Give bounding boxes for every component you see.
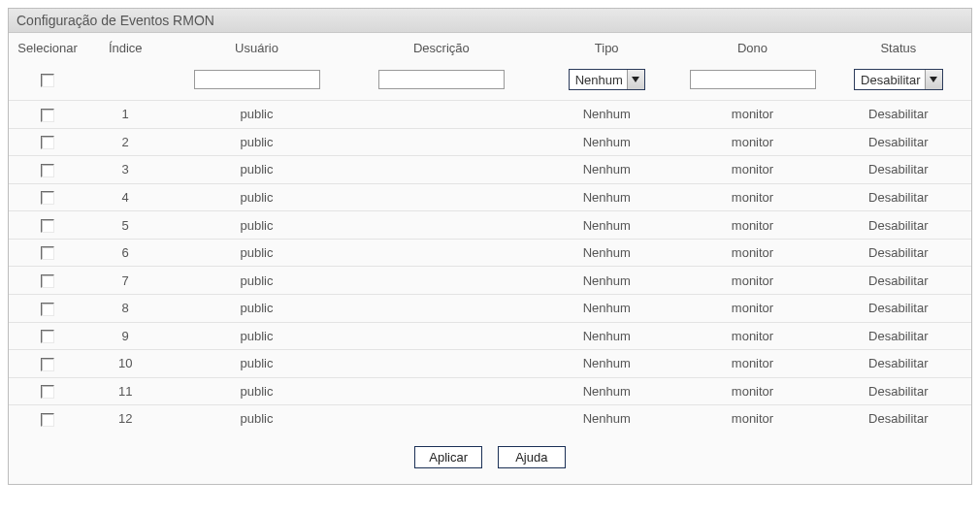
row-user: public xyxy=(241,245,274,260)
button-row: Aplicar Ajuda xyxy=(9,433,971,484)
row-user: public xyxy=(241,190,274,205)
table-row: 3publicNenhummonitorDesabilitar xyxy=(9,156,971,184)
row-checkbox[interactable] xyxy=(41,303,54,316)
user-filter-input[interactable] xyxy=(194,70,320,89)
row-user: public xyxy=(241,135,274,149)
table-row: 8publicNenhummonitorDesabilitar xyxy=(9,294,971,322)
event-table: Selecionar Índice Usuário Descrição Tipo… xyxy=(9,33,971,433)
type-filter-select[interactable]: Nenhum xyxy=(569,69,645,90)
row-user: public xyxy=(241,356,274,370)
row-type: Nenhum xyxy=(583,135,631,149)
row-type: Nenhum xyxy=(583,411,631,426)
row-type: Nenhum xyxy=(583,107,631,121)
description-filter-input[interactable] xyxy=(378,70,505,89)
header-select: Selecionar xyxy=(9,33,86,65)
row-checkbox[interactable] xyxy=(41,109,54,122)
row-owner: monitor xyxy=(732,135,773,149)
row-checkbox[interactable] xyxy=(41,191,54,205)
row-owner: monitor xyxy=(732,384,773,399)
apply-button[interactable]: Aplicar xyxy=(414,446,482,468)
select-all-checkbox[interactable] xyxy=(41,74,54,87)
panel-title: Configuração de Eventos RMON xyxy=(9,9,971,33)
row-status: Desabilitar xyxy=(868,301,928,315)
row-status: Desabilitar xyxy=(868,135,928,149)
row-index: 11 xyxy=(118,384,132,399)
row-checkbox[interactable] xyxy=(41,246,54,260)
svg-marker-0 xyxy=(632,77,639,82)
filter-row: Nenhum Desabilitar xyxy=(9,65,971,101)
row-owner: monitor xyxy=(732,218,773,233)
type-filter-selected: Nenhum xyxy=(575,73,627,87)
row-owner: monitor xyxy=(732,301,773,315)
row-owner: monitor xyxy=(732,411,773,426)
row-index: 12 xyxy=(118,411,132,426)
row-status: Desabilitar xyxy=(868,356,928,370)
row-checkbox[interactable] xyxy=(41,358,54,371)
row-status: Desabilitar xyxy=(868,273,928,288)
row-status: Desabilitar xyxy=(868,384,928,399)
row-type: Nenhum xyxy=(583,190,631,205)
table-row: 7publicNenhummonitorDesabilitar xyxy=(9,267,971,295)
row-type: Nenhum xyxy=(583,356,631,370)
row-status: Desabilitar xyxy=(868,245,928,260)
row-owner: monitor xyxy=(732,162,773,176)
row-owner: monitor xyxy=(732,356,773,370)
dropdown-arrow-icon xyxy=(627,70,644,89)
status-filter-selected: Desabilitar xyxy=(861,73,924,87)
row-index: 9 xyxy=(122,329,129,343)
row-user: public xyxy=(241,218,274,233)
table-row: 6publicNenhummonitorDesabilitar xyxy=(9,239,971,267)
row-user: public xyxy=(241,162,274,176)
row-checkbox[interactable] xyxy=(41,274,54,288)
header-index: Índice xyxy=(86,33,164,65)
row-index: 6 xyxy=(122,245,129,260)
row-type: Nenhum xyxy=(583,329,631,343)
header-owner: Dono xyxy=(679,33,825,65)
table-row: 9publicNenhummonitorDesabilitar xyxy=(9,322,971,350)
table-row: 12publicNenhummonitorDesabilitar xyxy=(9,405,971,433)
row-type: Nenhum xyxy=(583,301,631,315)
header-user: Usuário xyxy=(164,33,348,65)
header-type: Tipo xyxy=(534,33,679,65)
table-row: 1publicNenhummonitorDesabilitar xyxy=(9,101,971,129)
row-owner: monitor xyxy=(732,107,773,121)
row-checkbox[interactable] xyxy=(41,136,54,149)
row-owner: monitor xyxy=(732,329,773,343)
row-checkbox[interactable] xyxy=(41,330,54,343)
row-index: 7 xyxy=(122,273,129,288)
row-index: 10 xyxy=(118,356,132,370)
row-checkbox[interactable] xyxy=(41,164,54,177)
row-checkbox[interactable] xyxy=(41,385,54,399)
help-button[interactable]: Ajuda xyxy=(498,446,566,468)
svg-marker-1 xyxy=(930,77,937,82)
row-checkbox[interactable] xyxy=(41,413,54,427)
row-index: 8 xyxy=(122,301,129,315)
row-index: 1 xyxy=(122,107,129,121)
row-user: public xyxy=(241,301,274,315)
row-user: public xyxy=(241,384,274,399)
table-row: 5publicNenhummonitorDesabilitar xyxy=(9,211,971,240)
row-user: public xyxy=(241,411,274,426)
row-index: 5 xyxy=(122,218,129,233)
row-type: Nenhum xyxy=(583,273,631,288)
row-owner: monitor xyxy=(732,245,773,260)
row-status: Desabilitar xyxy=(868,329,928,343)
owner-filter-input[interactable] xyxy=(690,70,816,89)
row-status: Desabilitar xyxy=(868,107,928,121)
status-filter-select[interactable]: Desabilitar xyxy=(854,69,942,90)
row-index: 4 xyxy=(122,190,129,205)
row-owner: monitor xyxy=(732,273,773,288)
table-row: 2publicNenhummonitorDesabilitar xyxy=(9,128,971,156)
row-checkbox[interactable] xyxy=(41,219,54,233)
header-status: Status xyxy=(826,33,971,65)
dropdown-arrow-icon xyxy=(925,70,942,89)
row-status: Desabilitar xyxy=(868,411,928,426)
row-status: Desabilitar xyxy=(868,190,928,205)
table-row: 4publicNenhummonitorDesabilitar xyxy=(9,183,971,211)
row-index: 2 xyxy=(122,135,129,149)
row-user: public xyxy=(241,329,274,343)
row-status: Desabilitar xyxy=(868,162,928,176)
row-owner: monitor xyxy=(732,190,773,205)
row-user: public xyxy=(241,107,274,121)
row-type: Nenhum xyxy=(583,218,631,233)
